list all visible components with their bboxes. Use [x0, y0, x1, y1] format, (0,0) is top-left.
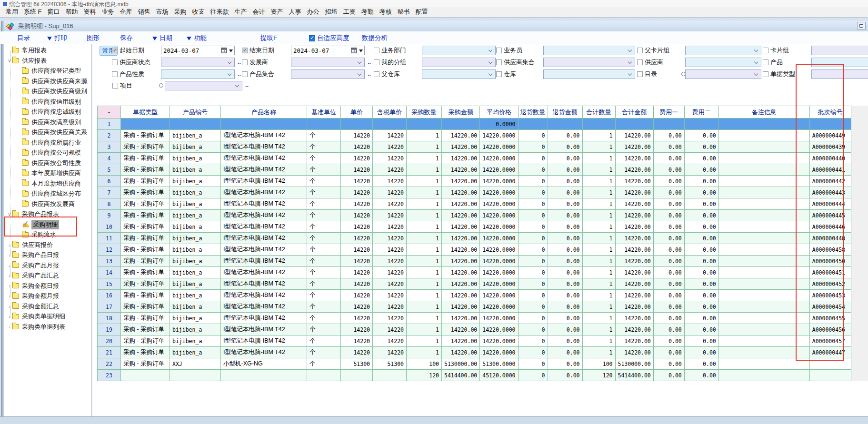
menu-item[interactable]: 业务 [99, 8, 117, 16]
cell[interactable]: 0.00 [653, 141, 684, 153]
cell[interactable]: I型笔记本电脑-IBM T42 [221, 221, 307, 233]
cell[interactable]: A000000453 [809, 290, 851, 301]
cell[interactable]: 1 [407, 278, 442, 290]
row-number-cell[interactable]: 10 [98, 221, 121, 233]
cell[interactable]: 0 [518, 301, 548, 313]
row-number-cell[interactable]: 21 [98, 347, 121, 358]
cell[interactable]: 0 [518, 198, 548, 210]
cell[interactable] [518, 118, 548, 130]
cell[interactable]: 1 [582, 335, 615, 347]
cell[interactable]: 14220.00 [442, 335, 480, 347]
cell[interactable]: 0.00 [653, 370, 684, 381]
cell[interactable]: 个 [307, 130, 341, 141]
cell[interactable]: 14220.00 [442, 153, 480, 164]
cell[interactable]: 0.00 [653, 221, 684, 233]
extract-button[interactable]: 提取F [260, 34, 277, 42]
cell[interactable]: 14220.00 [615, 141, 653, 153]
cell[interactable]: 0 [518, 130, 548, 141]
table-row-7[interactable]: 7采购 - 采购订单bijiben_aI型笔记本电脑-IBM T42个14220… [98, 187, 851, 198]
cell[interactable]: 采购 - 采购订单 [121, 210, 170, 221]
tree-item-供应商按忠诚级别[interactable]: 供应商按忠诚级别 [22, 107, 81, 117]
restore-window-button[interactable] [857, 22, 866, 30]
cell[interactable]: 0.00 [684, 130, 718, 141]
chevron-right-icon[interactable]: › [7, 263, 12, 268]
cell[interactable]: 个 [307, 335, 341, 347]
cell[interactable]: 0 [518, 358, 548, 370]
chevron-right-icon[interactable]: › [7, 324, 12, 330]
cell[interactable]: 0.00 [684, 198, 718, 210]
catalog-button[interactable]: 目录 [17, 34, 30, 42]
cell[interactable]: 0.00 [548, 358, 582, 370]
checked-checkbox-icon[interactable] [112, 48, 118, 53]
cell[interactable]: 1 [407, 187, 442, 198]
cell[interactable]: A000000449 [809, 130, 851, 141]
cell[interactable]: 0.00 [653, 335, 684, 347]
cell[interactable]: 采购 - 采购订单 [121, 176, 170, 187]
chevron-right-icon[interactable]: › [7, 283, 12, 289]
cell[interactable]: 14220 [373, 141, 407, 153]
cell[interactable]: 14220.00 [442, 301, 480, 313]
cell[interactable]: 0.00 [684, 278, 718, 290]
cell[interactable]: I型笔记本电脑-IBM T42 [221, 324, 307, 335]
checkbox-icon[interactable] [763, 71, 768, 77]
row-number-cell[interactable]: 12 [98, 244, 121, 256]
menu-item[interactable]: 人事 [286, 8, 304, 16]
cell[interactable]: bijiben_a [170, 198, 221, 210]
row-number-cell[interactable]: 3 [98, 141, 121, 153]
cell[interactable]: 采购 - 采购订单 [121, 141, 170, 153]
cell[interactable]: 14220.00 [615, 256, 653, 267]
chevron-right-icon[interactable]: › [7, 273, 12, 278]
cell[interactable]: 14220.00 [615, 301, 653, 313]
cell[interactable]: 14220 [341, 347, 373, 358]
cell[interactable]: I型笔记本电脑-IBM T42 [221, 347, 307, 358]
cell[interactable] [170, 118, 221, 130]
select-父仓库[interactable] [422, 69, 496, 79]
tree-item-供应商按公司性质[interactable]: 供应商按公司性质 [22, 158, 81, 168]
cell[interactable]: 14220.00 [442, 141, 480, 153]
cell[interactable]: 采购 - 采购订单 [121, 244, 170, 256]
filter-check-起始日期[interactable]: 起始日期 [112, 46, 144, 55]
cell[interactable] [121, 118, 170, 130]
cell[interactable]: 个 [307, 313, 341, 324]
row-number-cell[interactable]: 1 [98, 118, 121, 130]
cell[interactable]: 14220 [341, 164, 373, 176]
cell[interactable]: 1 [582, 141, 615, 153]
cell[interactable]: A000000443 [809, 187, 851, 198]
cell[interactable]: 采购 - 采购订单 [121, 187, 170, 198]
cell[interactable]: 14220 [373, 290, 407, 301]
cell[interactable]: 14220.0000 [480, 176, 518, 187]
cell[interactable]: 个 [307, 187, 341, 198]
checkbox-icon[interactable] [496, 71, 502, 77]
cell[interactable]: 0.00 [548, 324, 582, 335]
cell[interactable] [718, 141, 809, 153]
select-供应商状态[interactable] [161, 58, 235, 67]
checked-checkbox-icon[interactable] [242, 48, 248, 53]
cell[interactable]: 14220.00 [615, 221, 653, 233]
column-header-基准单位[interactable]: 基准单位 [307, 106, 341, 118]
cell[interactable]: 1 [407, 301, 442, 313]
cell[interactable]: 1 [582, 233, 615, 244]
cell[interactable]: 14220.00 [615, 335, 653, 347]
cell[interactable] [718, 164, 809, 176]
cell[interactable]: 14220 [373, 130, 407, 141]
cell[interactable]: 1 [407, 130, 442, 141]
cell[interactable]: 14220.0000 [480, 141, 518, 153]
cell[interactable]: 0.00 [548, 176, 582, 187]
cell[interactable]: bijiben_a [170, 301, 221, 313]
select-我的分组[interactable] [422, 58, 496, 67]
tree-item-采购产品日报[interactable]: ›采购产品日报 [7, 250, 59, 260]
cell[interactable]: 1 [407, 347, 442, 358]
cell[interactable]: I型笔记本电脑-IBM T42 [221, 313, 307, 324]
column-header-费用一[interactable]: 费用一 [653, 106, 684, 118]
cell[interactable]: 0 [518, 176, 548, 187]
cell[interactable]: 0.00 [684, 244, 718, 256]
cell[interactable]: 14220 [341, 210, 373, 221]
cell[interactable]: 0.00 [653, 198, 684, 210]
chevron-down-icon[interactable]: ∨ [7, 58, 12, 64]
select-产品性质[interactable] [161, 69, 235, 79]
chevron-right-icon[interactable]: › [7, 314, 12, 319]
autofit-checkbox[interactable]: 自适应高度 [309, 34, 349, 42]
cell[interactable]: 采购 - 采购订单 [121, 347, 170, 358]
cell[interactable]: 采购 - 采购订单 [121, 221, 170, 233]
cell[interactable]: 14220.00 [615, 324, 653, 335]
